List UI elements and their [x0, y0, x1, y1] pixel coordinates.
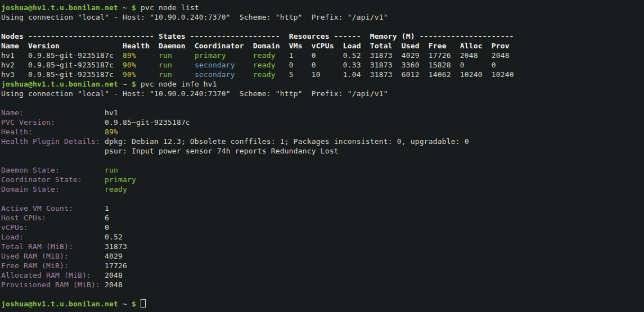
info-row-name: Name: hv1 [1, 108, 644, 117]
prompt-symbol: $ [132, 80, 136, 88]
cell-domain-state: ready [253, 70, 276, 79]
blank-line [1, 22, 644, 31]
prompt-symbol: $ [132, 3, 136, 12]
field-value: dpkg: Debian 12.3; Obsolete conffiles: 1… [100, 137, 469, 146]
command-text: pvc node list [136, 3, 199, 12]
info-row-active-vm-count: Active VM Count: 1 [1, 204, 644, 213]
field-label: Health: [1, 128, 33, 136]
connection-info: Using connection "local" - Host: "10.90.… [1, 13, 388, 21]
field-label: Daemon State: [1, 166, 60, 174]
info-row-health: Health: 89% [1, 127, 644, 137]
cell-health: 89% [123, 51, 136, 60]
field-value: psur: Input power sensor 74h reports Red… [1, 147, 339, 155]
info-row-total-ram: Total RAM (MiB): 31873 [1, 242, 644, 251]
field-value: 0 [28, 223, 109, 232]
node-row-hv3: hv3 0.9.85~git-9235187c 90% run secondar… [1, 70, 644, 79]
info-row-free-ram: Free RAM (MiB): 17726 [1, 261, 644, 270]
field-label: PVC Version: [1, 118, 55, 126]
info-row-coordinator-state: Coordinator State: primary [1, 175, 644, 184]
prompt-user-host: joshua@hv1.t.u.bonilan.net [1, 80, 118, 88]
info-row-provisioned-ram: Provisioned RAM (MiB): 2048 [1, 280, 644, 290]
spacer [136, 51, 159, 60]
field-label: Host CPUs: [1, 214, 46, 222]
info-row-host-cpus: Host CPUs: 6 [1, 213, 644, 223]
field-label: Name: [1, 108, 24, 117]
prompt-separator: ~ [118, 3, 132, 12]
info-row-load: Load: 0.52 [1, 232, 644, 242]
command-text: pvc node info hv1 [136, 80, 217, 88]
field-value: primary [105, 175, 136, 184]
terminal-cursor [141, 299, 146, 308]
cell-resources-memory: 0 0 0.33 31873 3360 15828 0 0 [276, 61, 496, 69]
cell-coordinator-state: secondary [195, 61, 235, 69]
cell-daemon-state: run [159, 70, 172, 79]
cell-name-version: hv1 0.9.85~git-9235187c [1, 51, 123, 60]
blank-line [1, 98, 644, 108]
connection-info-line-2: Using connection "local" - Host: "10.90.… [1, 89, 644, 98]
info-row-pvc-version: PVC Version: 0.9.85~git-9235187c [1, 117, 644, 127]
spacer [172, 51, 195, 60]
field-label: Coordinator State: [1, 175, 82, 184]
field-value: 2048 [100, 281, 123, 289]
cell-daemon-state: run [159, 61, 172, 69]
field-label: Allocated RAM (MiB): [1, 271, 91, 279]
field-value: 17726 [69, 261, 127, 270]
column-header-text: Name Version Health Daemon Coordinator D… [1, 42, 510, 50]
field-label: Load: [1, 233, 24, 241]
info-row-health-plugin-details: Health Plugin Details: dpkg: Debian 12.3… [1, 137, 644, 146]
spacer [235, 70, 253, 79]
spacer [172, 70, 195, 79]
field-label: Total RAM (MiB): [1, 242, 73, 251]
spacer [60, 166, 105, 174]
spacer [33, 128, 105, 136]
spacer [136, 61, 159, 69]
cell-health: 90% [123, 61, 136, 69]
field-value: run [105, 166, 118, 174]
spacer [172, 61, 195, 69]
cell-domain-state: ready [253, 61, 276, 69]
field-value: ready [105, 185, 127, 193]
blank-line [1, 156, 644, 165]
field-label: Used RAM (MiB): [1, 252, 69, 260]
cell-coordinator-state: secondary [195, 70, 235, 79]
field-value: 6 [46, 214, 109, 222]
field-label: vCPUs: [1, 223, 28, 232]
info-row-domain-state: Domain State: ready [1, 184, 644, 194]
cell-resources-memory: 1 0 0.52 31873 4029 17726 2048 2048 [276, 51, 510, 60]
connection-info: Using connection "local" - Host: "10.90.… [1, 89, 388, 98]
prompt-user-host: joshua@hv1.t.u.bonilan.net [1, 3, 118, 12]
cell-name-version: hv3 0.9.85~git-9235187c [1, 70, 123, 79]
table-column-header: Name Version Health Daemon Coordinator D… [1, 41, 644, 51]
node-row-hv1: hv1 0.9.85~git-9235187c 89% run primary … [1, 51, 644, 60]
table-section-header: Nodes ---------------------------- State… [1, 31, 644, 41]
field-value: 0.9.85~git-9235187c [55, 118, 190, 126]
info-row-allocated-ram: Allocated RAM (MiB): 2048 [1, 270, 644, 280]
cell-coordinator-state: primary [195, 51, 226, 60]
cell-daemon-state: run [159, 51, 172, 60]
field-value: 4029 [69, 252, 123, 260]
info-row-used-ram: Used RAM (MiB): 4029 [1, 251, 644, 261]
blank-line [1, 290, 644, 299]
field-value: 89% [105, 128, 118, 136]
cell-name-version: hv2 0.9.85~git-9235187c [1, 61, 123, 69]
info-row-vcpus: vCPUs: 0 [1, 223, 644, 232]
field-label: Domain State: [1, 185, 60, 193]
info-row-daemon-state: Daemon State: run [1, 165, 644, 175]
prompt-line-2: joshua@hv1.t.u.bonilan.net ~ $ pvc node … [1, 79, 644, 89]
field-label: Free RAM (MiB): [1, 261, 69, 270]
field-value: 2048 [91, 271, 123, 279]
field-value: 0.52 [24, 233, 123, 241]
field-label: Provisioned RAM (MiB): [1, 281, 100, 289]
spacer [60, 185, 105, 193]
prompt-line-1: joshua@hv1.t.u.bonilan.net ~ $ pvc node … [1, 3, 644, 12]
terminal[interactable]: joshua@hv1.t.u.bonilan.net ~ $ pvc node … [0, 0, 644, 312]
prompt-line-3: joshua@hv1.t.u.bonilan.net ~ $ [1, 299, 644, 309]
spacer [82, 175, 105, 184]
field-value: 31873 [73, 242, 127, 251]
field-value: 1 [73, 204, 109, 212]
cell-resources-memory: 5 10 1.04 31873 6012 14062 10240 10240 [276, 70, 514, 79]
field-label: Active VM Count: [1, 204, 73, 212]
field-label: Health Plugin Details: [1, 137, 100, 146]
spacer [136, 300, 141, 308]
connection-info-line-1: Using connection "local" - Host: "10.90.… [1, 12, 644, 22]
